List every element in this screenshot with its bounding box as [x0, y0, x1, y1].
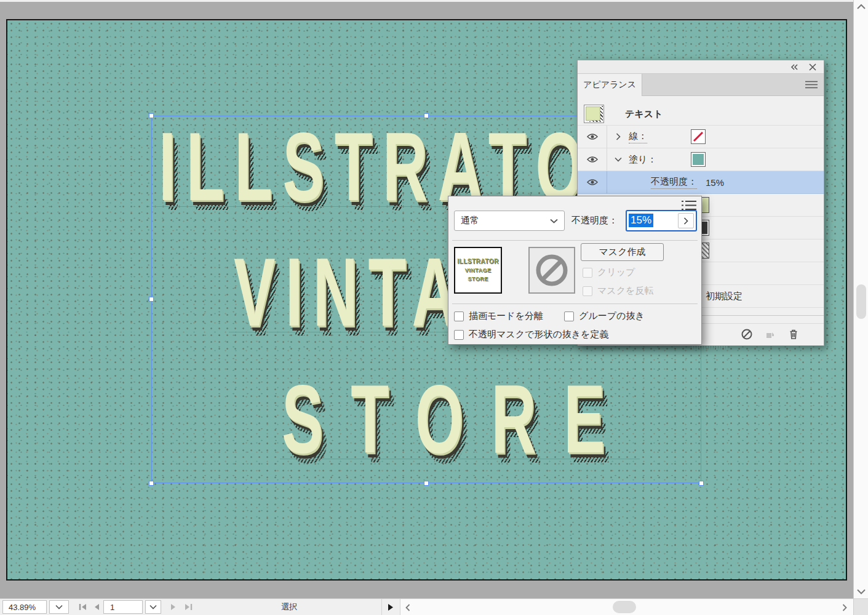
invert-mask-checkbox-row: マスクを反転 [583, 285, 653, 297]
transparency-popup: 通常 不透明度： 15% ILLSTRATOR VINTAGE STORE マス… [448, 196, 702, 345]
prohibition-icon [535, 253, 569, 287]
last-artboard-button[interactable] [182, 600, 194, 614]
clip-checkbox[interactable] [583, 268, 592, 278]
appearance-row-text-object[interactable]: テキスト [578, 103, 824, 126]
selection-handle[interactable] [424, 113, 429, 118]
horizontal-scroll-thumb[interactable] [613, 601, 636, 613]
selection-handle[interactable] [149, 481, 154, 486]
zoom-level-field[interactable]: 43.89% [2, 600, 47, 614]
tab-appearance-label: アピアランス [583, 79, 636, 90]
window-top-edge [0, 0, 868, 2]
horizontal-scrollbar[interactable] [400, 599, 853, 615]
flyout-menu-icon[interactable] [682, 200, 696, 211]
knockout-group-checkbox[interactable] [564, 312, 574, 321]
opacity-row-value: 15% [706, 177, 724, 188]
appearance-row-fill[interactable]: 塗り： [578, 148, 824, 171]
thumbnail-line-2: VINTAGE [465, 267, 492, 275]
artboard-number-value: 1 [110, 603, 114, 612]
text-baseline-3 [280, 459, 640, 459]
selection-handle[interactable] [149, 297, 154, 302]
chevron-down-icon [55, 605, 63, 609]
fill-label[interactable]: 塗り： [629, 154, 656, 166]
selection-handle[interactable] [699, 481, 704, 486]
blend-mode-value: 通常 [461, 215, 479, 227]
opacity-input[interactable]: 15% [626, 210, 697, 231]
chevron-right-icon[interactable] [610, 133, 626, 140]
scroll-down-icon[interactable] [856, 589, 866, 595]
previous-artboard-button[interactable] [91, 600, 102, 614]
zoom-dropdown-button[interactable] [49, 600, 69, 614]
default-settings-label: 初期設定 [706, 291, 743, 302]
selection-handle[interactable] [424, 481, 429, 486]
visibility-eye-icon[interactable] [578, 179, 607, 186]
isolate-blending-label: 描画モードを分離 [469, 310, 543, 322]
artboard-number-field[interactable]: 1 [103, 600, 143, 614]
visibility-eye-icon[interactable] [578, 156, 607, 163]
mask-thumbnail-empty[interactable] [528, 247, 575, 294]
opacity-input-selected-text: 15% [629, 214, 653, 227]
selection-handle[interactable] [149, 113, 154, 118]
artboard-dropdown-button[interactable] [145, 600, 161, 614]
first-artboard-button[interactable] [76, 600, 89, 614]
status-bar: 43.89% 1 選択 [0, 598, 853, 615]
trash-icon[interactable] [787, 328, 800, 340]
chevron-down-icon[interactable] [610, 157, 626, 162]
tab-appearance[interactable]: アピアランス [578, 74, 642, 96]
opacity-stepper-button[interactable] [678, 213, 694, 228]
vertical-scrollbar[interactable] [853, 0, 868, 598]
make-mask-label: マスク作成 [599, 246, 645, 258]
clip-label: クリップ [597, 267, 635, 278]
stroke-none-swatch[interactable] [691, 129, 706, 144]
invert-mask-label: マスクを反転 [597, 285, 653, 297]
panel-tab-bar: アピアランス [578, 74, 824, 96]
object-thumbnail[interactable]: ILLSTRATOR VINTAGE STORE [454, 247, 502, 294]
scroll-up-icon[interactable] [856, 4, 866, 10]
invert-mask-checkbox[interactable] [583, 286, 592, 296]
next-artboard-button[interactable] [167, 600, 178, 614]
appearance-row-opacity[interactable]: 不透明度： 15% [578, 171, 824, 194]
collapse-panel-icon[interactable] [789, 63, 799, 71]
text-object-label: テキスト [625, 108, 663, 120]
blend-mode-select[interactable]: 通常 [454, 211, 565, 231]
visibility-eye-icon[interactable] [578, 133, 607, 140]
status-mode-indicator[interactable]: 選択 [265, 600, 314, 614]
panel-resize-grip[interactable] [692, 346, 729, 350]
appearance-row-stroke[interactable]: 線： [578, 126, 824, 148]
close-panel-icon[interactable] [809, 63, 816, 71]
opacity-mask-checkbox[interactable] [454, 330, 464, 340]
text-object-thumbnail [584, 105, 604, 123]
scroll-left-icon[interactable] [405, 604, 410, 611]
scroll-right-icon[interactable] [842, 604, 847, 611]
opacity-mask-label: 不透明マスクで形状の抜きを定義 [469, 329, 608, 340]
text-baseline-2 [229, 332, 450, 332]
clip-checkbox-row: クリップ [583, 267, 635, 278]
isolate-blending-checkbox[interactable] [454, 312, 464, 321]
clear-appearance-icon[interactable] [741, 328, 753, 340]
thumbnail-line-3: STORE [468, 275, 488, 284]
panel-menu-icon[interactable] [805, 81, 818, 89]
thumbnail-line-1: ILLSTRATOR [457, 257, 498, 267]
scrollbar-corner [853, 598, 868, 615]
knockout-group-label: グループの抜き [579, 310, 645, 322]
duplicate-icon[interactable] [764, 328, 776, 340]
opacity-row-label[interactable]: 不透明度： [651, 176, 697, 189]
status-divider [381, 599, 382, 615]
make-mask-button[interactable]: マスク作成 [581, 243, 664, 261]
status-mode-label: 選択 [281, 601, 297, 613]
fill-color-swatch[interactable] [691, 152, 706, 167]
panel-header-bar [578, 60, 824, 74]
opacity-mask-row: 不透明マスクで形状の抜きを定義 [454, 329, 608, 340]
chevron-down-icon [149, 605, 157, 609]
vertical-scroll-thumb[interactable] [856, 284, 866, 319]
stroke-label[interactable]: 線： [629, 131, 647, 143]
isolate-blending-row: 描画モードを分離 [454, 310, 543, 322]
status-expand-icon[interactable] [385, 600, 396, 614]
zoom-level-value: 43.89% [9, 603, 36, 612]
popup-opacity-label: 不透明度： [571, 215, 618, 227]
chevron-down-icon [550, 219, 558, 223]
knockout-group-row: グループの抜き [564, 310, 645, 322]
